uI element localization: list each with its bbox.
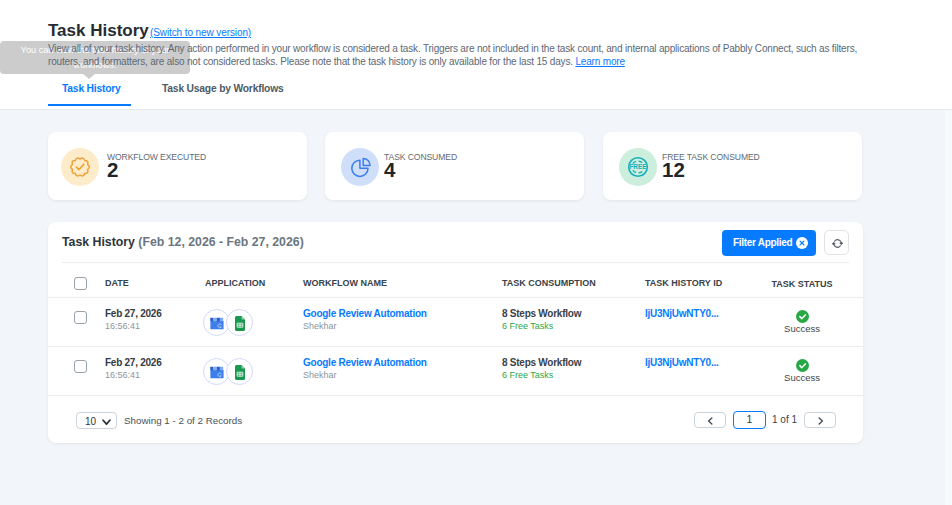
svg-text:FREE: FREE (629, 163, 647, 170)
